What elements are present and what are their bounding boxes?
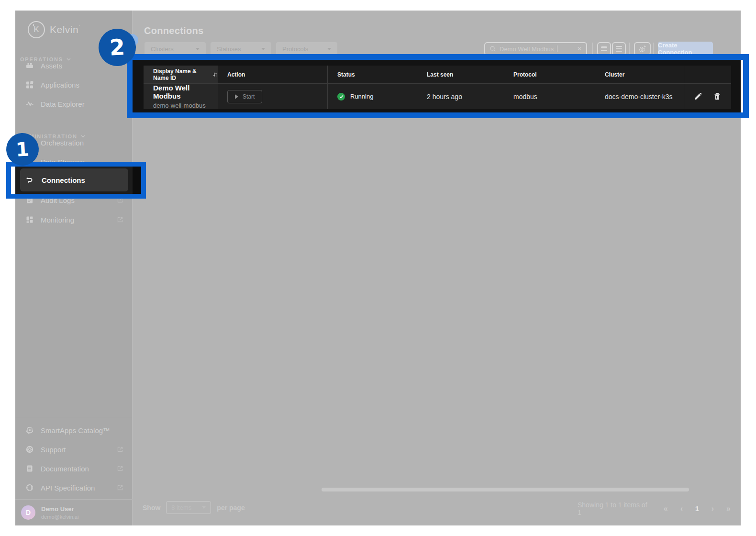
column-header-display-name[interactable]: Display Name & Name ID — [144, 66, 218, 83]
showing-summary: Showing 1 to 1 items of 1 — [578, 501, 651, 516]
edit-pencil-icon[interactable] — [694, 92, 702, 100]
cell-status: Running — [328, 84, 417, 109]
column-label: Display Name & Name ID — [153, 68, 209, 81]
column-label: Action — [227, 71, 245, 78]
current-page[interactable]: 1 — [695, 505, 699, 513]
avatar: D — [21, 505, 35, 520]
search-input[interactable]: Demo Well Modbus ✕ — [484, 42, 587, 56]
table-row[interactable]: Demo Well Modbus demo-well-modbus Start … — [144, 84, 731, 109]
sidebar-item-label: API Specification — [41, 484, 95, 492]
last-page-button[interactable]: » — [726, 504, 731, 513]
column-header-action[interactable]: Action — [218, 66, 328, 83]
connection-id: demo-well-modbus — [153, 102, 218, 109]
annotated-screenshot: K Kelvin˙ OPERATIONS Assets Applications… — [0, 0, 756, 536]
sidebar-item-support[interactable]: Support — [15, 440, 133, 459]
sidebar-item-label: Assets — [41, 62, 62, 70]
column-header-last-seen[interactable]: Last seen — [417, 66, 504, 83]
sidebar-item-label: Applications — [41, 81, 79, 89]
clear-search-icon[interactable]: ✕ — [577, 45, 582, 52]
list-view-icon — [616, 46, 622, 52]
user-menu[interactable]: D Demo User demo@kelvin.ai — [21, 505, 78, 520]
horizontal-scrollbar[interactable] — [322, 488, 689, 491]
protocols-filter-dropdown[interactable]: Protocols — [276, 42, 337, 56]
page-title: Connections — [144, 25, 203, 36]
table-settings-button[interactable] — [634, 42, 651, 56]
cell-last-seen: 2 hours ago — [417, 84, 504, 109]
next-page-button[interactable]: › — [712, 504, 714, 513]
annotation-highlight-table: Display Name & Name ID Action Status Las… — [127, 54, 749, 118]
external-link-icon — [117, 466, 123, 471]
chevron-down-icon — [202, 506, 206, 509]
chevron-down-icon — [261, 48, 265, 50]
applications-icon — [26, 81, 33, 89]
divider — [15, 499, 133, 500]
user-email: demo@kelvin.ai — [41, 514, 78, 520]
previous-page-button[interactable]: ‹ — [680, 504, 683, 513]
running-check-icon — [337, 93, 345, 100]
cell-row-actions — [684, 84, 731, 109]
cell-display-name: Demo Well Modbus demo-well-modbus — [144, 84, 218, 109]
sidebar-item-api-specification[interactable]: API Specification — [15, 478, 133, 497]
column-header-protocol[interactable]: Protocol — [504, 66, 595, 83]
search-icon — [489, 45, 496, 52]
sidebar-item-label: Connections — [42, 176, 85, 184]
per-page-label: per page — [217, 504, 245, 512]
data-explorer-icon — [26, 100, 33, 108]
divider — [15, 418, 133, 418]
sidebar-item-label: SmartApps Catalog™ — [41, 426, 110, 435]
sidebar-item-monitoring[interactable]: Monitoring — [15, 210, 133, 229]
divider — [592, 43, 593, 55]
column-label: Cluster — [605, 71, 624, 78]
status-badge: Running — [350, 93, 373, 100]
sidebar-item-label: Orchestration — [41, 139, 84, 147]
annotation-highlight-connections: Connections — [6, 162, 146, 199]
card-view-icon — [601, 46, 607, 51]
gear-icon — [638, 45, 647, 54]
api-globe-icon — [26, 484, 33, 491]
column-label: Last seen — [427, 71, 453, 78]
connections-table: Display Name & Name ID Action Status Las… — [144, 66, 731, 109]
sidebar-item-applications[interactable]: Applications — [15, 75, 133, 94]
external-link-icon — [117, 447, 123, 452]
sidebar-item-label: Support — [41, 446, 66, 454]
search-value: Demo Well Modbus — [500, 45, 554, 53]
first-page-button[interactable]: « — [664, 504, 668, 513]
chevron-down-icon — [196, 48, 200, 50]
card-view-toggle[interactable] — [597, 42, 611, 56]
sidebar: K Kelvin˙ OPERATIONS Assets Applications… — [15, 11, 133, 525]
documentation-icon — [26, 465, 33, 472]
kelvin-logo[interactable]: K Kelvin˙ — [28, 21, 80, 38]
pagination: Showing 1 to 1 items of 1 « ‹ 1 › » — [578, 501, 731, 516]
cell-cluster: docs-demo-cluster-k3s — [595, 84, 684, 109]
column-header-actions — [684, 66, 731, 83]
text-cursor — [557, 45, 557, 52]
play-icon — [235, 94, 238, 99]
sort-icon — [212, 71, 218, 78]
cell-action: Start — [218, 84, 328, 109]
list-view-toggle[interactable] — [612, 42, 626, 56]
main-dark-strip — [133, 167, 141, 194]
sidebar-item-label: Documentation — [41, 465, 89, 473]
page-margin-sliver — [11, 167, 15, 194]
chevron-down-icon — [327, 48, 331, 50]
sidebar-item-connections[interactable]: Connections — [20, 168, 128, 191]
page-size-dropdown[interactable]: 8 items — [166, 501, 211, 514]
column-label: Status — [337, 71, 355, 78]
start-button[interactable]: Start — [227, 90, 262, 103]
assets-icon — [26, 62, 33, 69]
clusters-filter-dropdown[interactable]: Clusters — [145, 42, 206, 56]
column-header-status[interactable]: Status — [328, 66, 417, 83]
sidebar-item-data-explorer[interactable]: Data Explorer — [15, 94, 133, 113]
connection-name: Demo Well Modbus — [153, 84, 218, 100]
page-margin-sliver — [741, 60, 743, 112]
filter-label: Statuses — [217, 45, 241, 53]
monitoring-icon — [26, 216, 33, 223]
external-link-icon — [117, 485, 123, 491]
divider — [653, 43, 654, 55]
sidebar-item-smartapps-catalog[interactable]: SmartApps Catalog™ — [15, 421, 133, 440]
column-header-cluster[interactable]: Cluster — [595, 66, 684, 83]
statuses-filter-dropdown[interactable]: Statuses — [211, 42, 271, 56]
sidebar-item-documentation[interactable]: Documentation — [15, 459, 133, 478]
delete-trash-icon[interactable] — [713, 92, 721, 100]
create-connection-button[interactable]: Create Connection — [658, 42, 713, 56]
